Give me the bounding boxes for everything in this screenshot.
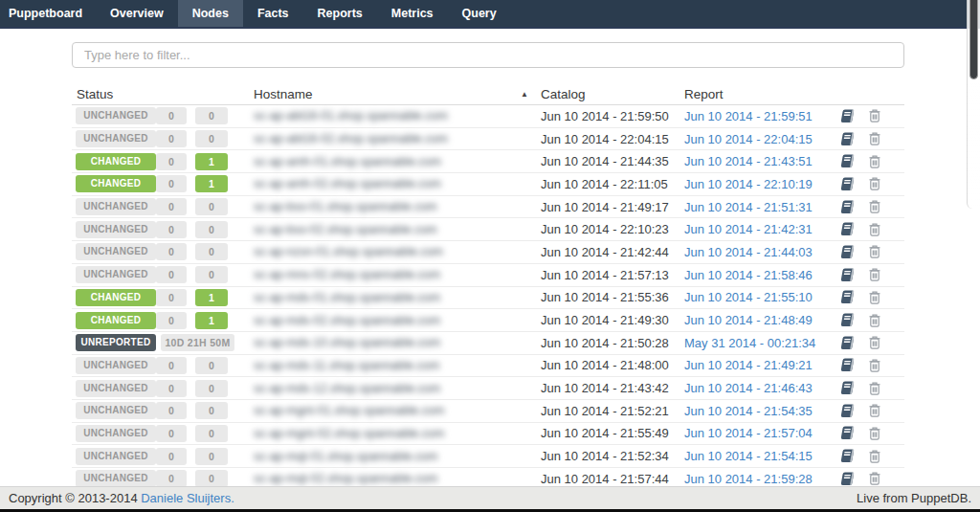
book-icon[interactable] [839, 449, 856, 463]
hostname-link[interactable]: sc-ap-mgnt-01.shop.spannable.com [242, 404, 541, 417]
change-count-cell: 0 [195, 357, 242, 374]
trash-icon[interactable] [868, 381, 881, 396]
table-row: UNCHANGED 0 0 sc-ap-mgnt-02.shop.spannab… [72, 423, 904, 446]
scrollbar-thumb[interactable] [969, 0, 978, 79]
book-icon[interactable] [839, 472, 856, 486]
trash-icon[interactable] [868, 267, 881, 282]
change-count-cell: 1 [195, 312, 242, 329]
change-count-badge: 0 [195, 402, 228, 419]
book-icon[interactable] [839, 268, 856, 282]
nav-item-facts[interactable]: Facts [243, 0, 303, 27]
sort-ascending-icon[interactable]: ▲ [521, 90, 541, 99]
report-link[interactable]: Jun 10 2014 - 21:42:31 [684, 222, 813, 236]
trash-icon[interactable] [868, 154, 881, 169]
hostname-link[interactable]: sc-ap-mgnt-02.shop.spannable.com [242, 427, 541, 440]
report-link[interactable]: Jun 10 2014 - 21:44:03 [684, 245, 813, 259]
book-icon[interactable] [839, 381, 856, 395]
column-header-report[interactable]: Report [684, 87, 837, 101]
hostname-link[interactable]: sc-ap-mns-02.shop.spannable.com [242, 268, 541, 281]
status-cell: UNCHANGED [72, 130, 156, 147]
book-icon[interactable] [839, 404, 856, 418]
book-icon[interactable] [839, 358, 856, 372]
book-icon[interactable] [839, 426, 856, 440]
trash-icon[interactable] [868, 471, 881, 486]
author-link[interactable]: Daniele Sluijters. [141, 491, 234, 505]
report-link[interactable]: Jun 10 2014 - 21:49:21 [684, 358, 813, 372]
trash-icon[interactable] [868, 335, 881, 350]
book-icon[interactable] [839, 177, 856, 191]
hostname-link[interactable]: sc-ap-mqt-02.shop.spannable.com [242, 472, 541, 485]
trash-icon[interactable] [868, 449, 881, 464]
report-link[interactable]: Jun 10 2014 - 21:54:35 [684, 404, 813, 418]
report-link[interactable]: Jun 10 2014 - 21:59:51 [684, 109, 813, 123]
nav-item-reports[interactable]: Reports [303, 0, 377, 27]
report-link[interactable]: Jun 10 2014 - 21:55:10 [684, 290, 813, 304]
hostname-link[interactable]: sc-ap-mds-02.shop.spannable.com [242, 314, 541, 327]
report-link[interactable]: Jun 10 2014 - 21:59:28 [684, 472, 813, 486]
navbar-brand[interactable]: Puppetboard [0, 0, 96, 27]
book-icon[interactable] [839, 109, 856, 123]
hostname-link[interactable]: sc-ap-abt16-02.shop.spannable.com [242, 132, 541, 145]
hostname-link[interactable]: sc-ap-mds-11.shop.spannable.com [242, 359, 541, 372]
scrollbar-track[interactable] [967, 0, 980, 209]
column-header-hostname[interactable]: Hostname ▲ [242, 87, 541, 101]
hostname-link[interactable]: sc-ap-amh-01.shop.spannable.com [242, 155, 541, 168]
trash-icon[interactable] [868, 313, 881, 328]
nav-item-query[interactable]: Query [448, 0, 511, 27]
hostname-link[interactable]: sc-ap-bso-01.shop.spannable.com [242, 200, 541, 213]
status-badge: UNCHANGED [76, 221, 156, 238]
hostname-link[interactable]: sc-ap-abt16-01.shop.spannable.com [242, 109, 541, 122]
status-badge: UNCHANGED [76, 266, 156, 283]
trash-icon[interactable] [868, 358, 881, 373]
trash-icon[interactable] [868, 403, 881, 418]
report-link[interactable]: Jun 10 2014 - 21:57:04 [684, 426, 813, 440]
nav-item-nodes[interactable]: Nodes [178, 0, 243, 27]
nav-item-metrics[interactable]: Metrics [377, 0, 448, 27]
hostname-link[interactable]: sc-ap-nzsn-01.shop.spannable.com [242, 245, 541, 258]
trash-icon[interactable] [868, 199, 881, 214]
failure-count-cell: 0 [156, 266, 195, 283]
trash-icon[interactable] [868, 131, 881, 146]
status-cell: UNCHANGED [72, 198, 156, 215]
report-link[interactable]: Jun 10 2014 - 21:51:31 [684, 200, 813, 214]
trash-icon[interactable] [868, 244, 881, 259]
hostname-link[interactable]: sc-ap-mds-01.shop.spannable.com [242, 291, 541, 304]
hostname-link[interactable]: sc-ap-amh-02.shop.spannable.com [242, 177, 541, 190]
failure-count-badge: 0 [156, 289, 187, 306]
book-icon[interactable] [839, 154, 856, 168]
table-row: UNCHANGED 0 0 sc-ap-mds-11.shop.spannabl… [72, 355, 904, 378]
report-link[interactable]: Jun 10 2014 - 21:48:49 [684, 313, 813, 327]
report-link[interactable]: Jun 10 2014 - 21:43:51 [684, 154, 813, 168]
trash-icon[interactable] [868, 176, 881, 191]
report-link[interactable]: Jun 10 2014 - 22:10:19 [684, 177, 813, 191]
trash-icon[interactable] [868, 108, 881, 123]
book-icon[interactable] [839, 313, 856, 327]
hostname-link[interactable]: sc-ap-mqt-01.shop.spannable.com [242, 450, 541, 463]
book-icon[interactable] [839, 290, 856, 304]
book-icon[interactable] [839, 200, 856, 214]
hostname-link[interactable]: sc-ap-mds-10.shop.spannable.com [242, 336, 541, 349]
report-link[interactable]: May 31 2014 - 00:21:34 [684, 336, 815, 350]
nav-item-overview[interactable]: Overview [96, 0, 178, 27]
catalog-timestamp: Jun 10 2014 - 21:52:34 [541, 449, 684, 463]
hostname-link[interactable]: sc-ap-mds-12.shop.spannable.com [242, 382, 541, 395]
report-link[interactable]: Jun 10 2014 - 21:46:43 [684, 381, 813, 395]
report-link[interactable]: Jun 10 2014 - 21:58:46 [684, 268, 813, 282]
change-count-badge: 0 [195, 198, 228, 215]
status-cell: UNREPORTED [72, 334, 156, 351]
book-icon[interactable] [839, 336, 856, 350]
hostname-link[interactable]: sc-ap-bso-02.shop.spannable.com [242, 223, 541, 236]
trash-icon[interactable] [868, 290, 881, 305]
report-link[interactable]: Jun 10 2014 - 22:04:15 [684, 132, 813, 146]
book-icon[interactable] [839, 222, 856, 236]
book-icon[interactable] [839, 132, 856, 146]
report-link[interactable]: Jun 10 2014 - 21:54:15 [684, 449, 813, 463]
trash-icon[interactable] [868, 426, 881, 441]
column-header-catalog[interactable]: Catalog [541, 87, 684, 101]
filter-input[interactable] [72, 42, 904, 68]
actions-cell [837, 313, 904, 328]
column-header-status[interactable]: Status [72, 87, 156, 101]
table-row: UNCHANGED 0 0 sc-ap-bso-01.shop.spannabl… [72, 196, 904, 219]
trash-icon[interactable] [868, 222, 881, 237]
book-icon[interactable] [839, 245, 856, 259]
